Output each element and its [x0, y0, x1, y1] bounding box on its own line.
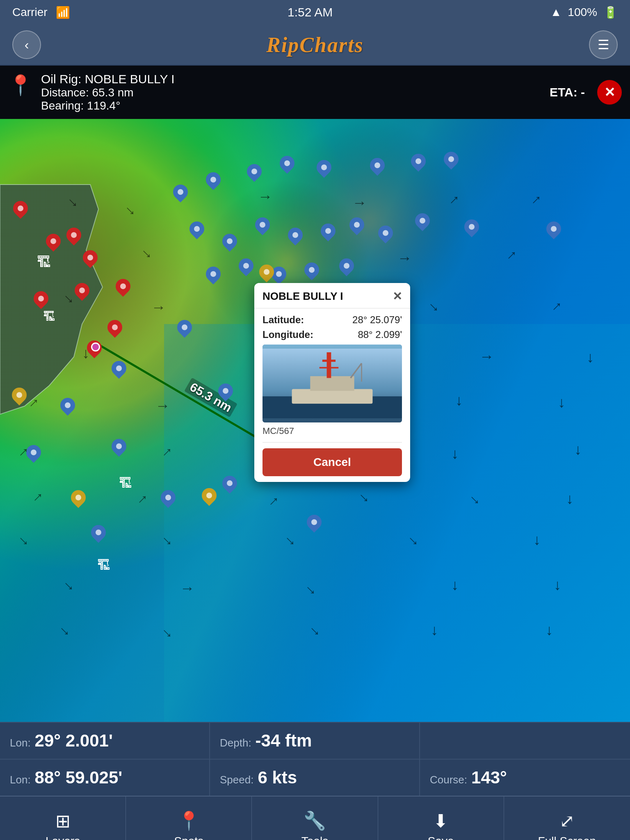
- menu-button[interactable]: ☰: [589, 30, 618, 59]
- marker-red-1[interactable]: [13, 201, 28, 219]
- cancel-button[interactable]: Cancel: [262, 448, 402, 476]
- layers-icon: ⊞: [55, 810, 71, 831]
- popup-title: NOBLE BULLY I: [262, 290, 343, 303]
- map-area[interactable]: 65.3 nm: [0, 119, 630, 722]
- marker-gold-3[interactable]: [71, 490, 86, 508]
- popup-lat-value: 28° 25.079': [352, 314, 402, 326]
- marker-red-4[interactable]: [83, 250, 98, 268]
- data-cell-lat: Lon: 29° 2.001': [0, 723, 210, 759]
- marker-blue-18[interactable]: [546, 221, 561, 240]
- location-pin-icon: 📍: [8, 74, 33, 97]
- course-value: 143°: [471, 768, 507, 788]
- popup-lon-row: Longitude: 88° 2.099': [262, 329, 402, 340]
- arrow-19: ↑: [587, 351, 594, 368]
- tab-fullscreen[interactable]: ⤢ Full Screen: [504, 797, 630, 840]
- marker-red-7[interactable]: [116, 279, 130, 297]
- marker-blue-15[interactable]: [378, 226, 393, 244]
- marker-blue-19[interactable]: [206, 267, 221, 285]
- battery-icon: 🔋: [603, 6, 618, 19]
- data-cell-depth: Depth: -34 ftm: [210, 723, 420, 759]
- lon-value: 88° 59.025': [35, 768, 123, 788]
- oil-rig-value: NOBLE BULLY I: [85, 72, 175, 86]
- eta-value: -: [581, 85, 585, 99]
- marker-blue-25[interactable]: [112, 361, 126, 379]
- marker-blue-4[interactable]: [280, 156, 294, 174]
- oil-rig-label: Oil Rig:: [41, 72, 81, 86]
- marker-blue-16[interactable]: [415, 213, 430, 231]
- marker-blue-14[interactable]: [349, 217, 364, 235]
- marker-gold-1[interactable]: [259, 265, 274, 283]
- marker-blue-33[interactable]: [307, 515, 322, 533]
- marker-blue-12[interactable]: [288, 228, 303, 246]
- marker-red-2[interactable]: [46, 234, 61, 252]
- status-right: ▲ 100% 🔋: [550, 6, 618, 19]
- tab-save[interactable]: ⬇ Save: [378, 797, 504, 840]
- marker-blue-20[interactable]: [239, 258, 253, 276]
- popup-body: Latitude: 28° 25.079' Longitude: 88° 2.0…: [254, 308, 410, 482]
- marker-blue-8[interactable]: [444, 152, 459, 170]
- marker-blue-22[interactable]: [304, 262, 319, 281]
- tab-spots[interactable]: 📍 Spots: [126, 797, 252, 840]
- oil-rig-popup: NOBLE BULLY I ✕ Latitude: 28° 25.079' Lo…: [254, 283, 410, 482]
- info-close-button[interactable]: ✕: [597, 80, 622, 105]
- status-left: Carrier 📶: [12, 6, 70, 19]
- marker-blue-9[interactable]: [189, 221, 204, 240]
- marker-gold-2[interactable]: [12, 388, 27, 406]
- popup-lat-label: Latitude:: [262, 314, 304, 326]
- carrier-text: Carrier: [12, 6, 48, 19]
- bearing-label-text: Bearing:: [41, 99, 84, 112]
- marker-blue-26[interactable]: [60, 398, 75, 416]
- arrow-18: ↑: [479, 354, 496, 361]
- back-button[interactable]: ‹: [12, 30, 41, 59]
- marker-blue-7[interactable]: [411, 154, 426, 172]
- popup-rig-image: [262, 345, 402, 422]
- marker-blue-23[interactable]: [339, 258, 354, 276]
- data-cell-speed: Speed: 6 kts: [210, 760, 420, 796]
- status-bar: Carrier 📶 1:52 AM ▲ 100% 🔋: [0, 0, 630, 25]
- marker-blue-24[interactable]: [177, 320, 192, 338]
- marker-blue-31[interactable]: [91, 525, 106, 543]
- close-icon: ✕: [604, 84, 615, 100]
- arrow-3: ↑: [258, 194, 275, 201]
- marker-blue-17[interactable]: [464, 219, 479, 237]
- app-title: RipCharts: [266, 33, 364, 57]
- marker-red-6[interactable]: [75, 283, 89, 301]
- fullscreen-label: Full Screen: [538, 835, 596, 840]
- arrow-45: ↑: [554, 578, 561, 596]
- svg-rect-7: [320, 367, 339, 369]
- marker-blue-34[interactable]: [222, 476, 237, 494]
- marker-blue-2[interactable]: [206, 172, 221, 190]
- marker-blue-1[interactable]: [173, 185, 188, 203]
- marker-blue-27[interactable]: [112, 439, 126, 457]
- marker-blue-6[interactable]: [370, 158, 385, 176]
- popup-header: NOBLE BULLY I ✕: [254, 283, 410, 308]
- marker-blue-3[interactable]: [247, 164, 262, 182]
- marker-blue-32[interactable]: [161, 490, 176, 508]
- marker-red-3[interactable]: [66, 228, 81, 246]
- marker-blue-5[interactable]: [317, 160, 331, 178]
- distance-line: Distance: 65.3 nm: [41, 86, 541, 99]
- marker-blue-10[interactable]: [222, 234, 237, 252]
- info-bar: 📍 Oil Rig: NOBLE BULLY I Distance: 65.3 …: [0, 66, 630, 119]
- marker-red-8[interactable]: [107, 320, 122, 338]
- eta-label: ETA:: [550, 85, 578, 99]
- menu-icon: ☰: [598, 37, 609, 52]
- arrow-28: ↑: [451, 447, 459, 464]
- marker-gold-4[interactable]: [202, 488, 217, 506]
- svg-rect-5: [327, 352, 331, 378]
- marker-blue-13[interactable]: [321, 224, 336, 242]
- oil-rig-name-line: Oil Rig: NOBLE BULLY I: [41, 72, 541, 86]
- oil-tower-icon-4: 🏗: [97, 558, 110, 573]
- arrow-40: ↑: [533, 533, 541, 550]
- marker-blue-29[interactable]: [218, 383, 233, 402]
- marker-blue-11[interactable]: [255, 217, 270, 235]
- fullscreen-icon: ⤢: [559, 810, 575, 831]
- popup-lon-value: 88° 2.099': [358, 329, 402, 340]
- popup-close-button[interactable]: ✕: [393, 290, 402, 303]
- tab-bar: ⊞ Layers 📍 Spots 🔧 Tools ⬇ Save ⤢ Full S…: [0, 796, 630, 840]
- tab-tools[interactable]: 🔧 Tools: [252, 797, 378, 840]
- tab-layers[interactable]: ⊞ Layers: [0, 797, 126, 840]
- tools-label: Tools: [301, 835, 328, 840]
- marker-red-5[interactable]: [34, 291, 48, 309]
- depth-value: -34 ftm: [256, 731, 312, 751]
